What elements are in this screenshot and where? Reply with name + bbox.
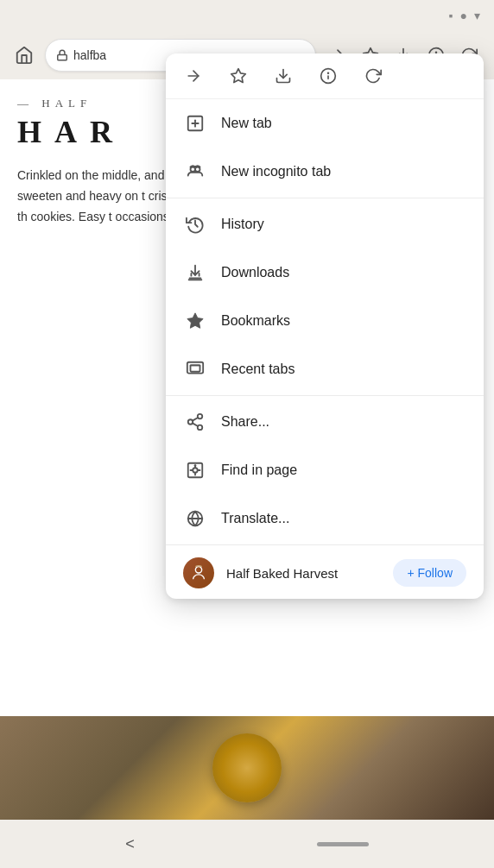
recent-tabs-icon (183, 357, 207, 381)
menu-item-history[interactable]: History (166, 200, 484, 248)
page-image (0, 716, 494, 820)
address-text: halfba (73, 48, 106, 62)
svg-line-27 (193, 418, 198, 421)
menu-item-recent-tabs[interactable]: Recent tabs (166, 345, 484, 393)
bookmarks-icon (183, 309, 207, 333)
status-bar: ▪ ● ▾ (0, 0, 494, 31)
menu-download-icon[interactable] (269, 62, 297, 90)
menu-top-row (166, 53, 484, 99)
history-icon (183, 212, 207, 236)
separator-2 (166, 395, 484, 396)
menu-refresh-icon[interactable] (359, 62, 387, 90)
back-button[interactable]: < (125, 835, 135, 853)
incognito-label: New incognito tab (221, 164, 466, 179)
incognito-icon (183, 160, 207, 184)
square-icon: ▪ (449, 9, 453, 22)
menu-item-incognito[interactable]: New incognito tab (166, 148, 484, 196)
share-icon (183, 410, 207, 434)
menu-info-icon[interactable] (314, 62, 342, 90)
translate-label: Translate... (221, 511, 466, 526)
downloads-icon (183, 261, 207, 285)
menu-item-downloads[interactable]: Downloads (166, 248, 484, 297)
find-label: Find in page (221, 462, 466, 478)
svg-marker-8 (231, 69, 246, 83)
menu-item-new-tab[interactable]: New tab (166, 99, 484, 148)
svg-rect-0 (58, 54, 67, 60)
translate-icon (183, 506, 207, 531)
bookmarks-label: Bookmarks (221, 313, 466, 329)
svg-rect-21 (191, 365, 200, 371)
page-image-inner (212, 733, 282, 802)
separator-1 (166, 198, 484, 198)
recent-tabs-label: Recent tabs (221, 362, 466, 377)
svg-point-32 (195, 567, 201, 573)
menu-item-share[interactable]: Share... (166, 398, 484, 446)
menu-item-bookmarks[interactable]: Bookmarks (166, 297, 484, 345)
menu-star-icon[interactable] (225, 62, 252, 90)
new-tab-label: New tab (221, 116, 466, 131)
svg-line-26 (193, 423, 198, 426)
history-label: History (221, 217, 466, 232)
svg-marker-19 (187, 313, 203, 328)
share-label: Share... (221, 414, 466, 430)
find-icon (183, 458, 207, 482)
downloads-label: Downloads (221, 265, 466, 280)
menu-item-translate[interactable]: Translate... (166, 494, 484, 543)
site-name: Half Baked Harvest (226, 566, 381, 581)
dropdown-icon: ▾ (474, 9, 480, 22)
site-logo (183, 557, 214, 588)
menu-item-site: Half Baked Harvest + Follow (166, 547, 484, 599)
menu-forward-icon[interactable] (180, 62, 207, 90)
separator-3 (166, 544, 484, 545)
dropdown-menu: New tab New incognito tab History (166, 53, 484, 599)
circle-icon: ● (460, 9, 467, 22)
follow-button[interactable]: + Follow (393, 559, 466, 587)
home-button[interactable] (10, 41, 38, 69)
bottom-nav: < (0, 820, 494, 868)
new-tab-icon (183, 111, 207, 135)
svg-point-17 (195, 167, 200, 173)
bottom-handle[interactable] (317, 842, 369, 846)
menu-item-find[interactable]: Find in page (166, 446, 484, 494)
